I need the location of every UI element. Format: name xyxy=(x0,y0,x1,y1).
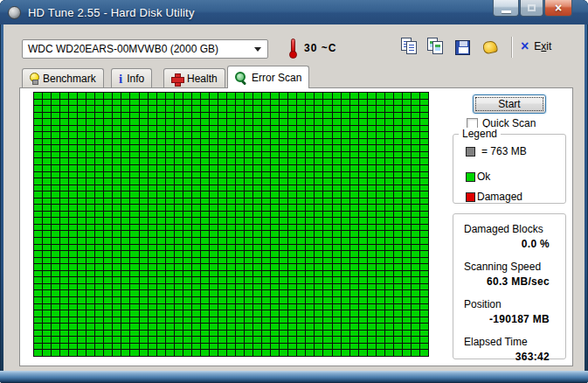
scan-block xyxy=(403,277,411,283)
scan-block xyxy=(95,119,103,125)
scan-block xyxy=(403,271,411,277)
scan-block xyxy=(121,113,129,119)
exit-button[interactable]: × Exit xyxy=(521,39,551,53)
scan-block xyxy=(280,310,287,317)
scan-block xyxy=(69,251,77,257)
scan-block xyxy=(201,205,209,211)
scan-block xyxy=(175,231,183,237)
scan-block xyxy=(306,205,314,211)
scan-block xyxy=(34,317,42,324)
scan-block xyxy=(140,317,148,324)
scan-block xyxy=(297,290,305,296)
scan-block xyxy=(245,310,252,317)
scan-block xyxy=(288,178,296,185)
scan-block xyxy=(385,337,393,343)
scan-block xyxy=(210,271,218,277)
scan-block xyxy=(175,192,183,198)
scan-block xyxy=(192,350,200,356)
copy-text-button[interactable] xyxy=(398,36,421,59)
scan-block xyxy=(157,93,165,99)
scan-block xyxy=(52,132,59,138)
scan-block xyxy=(113,205,121,211)
scan-block xyxy=(86,304,94,310)
scan-block xyxy=(166,350,174,356)
minimize-icon xyxy=(502,10,511,13)
scan-block xyxy=(297,139,305,145)
scan-block xyxy=(377,350,384,356)
scan-block xyxy=(280,297,287,303)
scan-block xyxy=(78,290,86,296)
scan-block xyxy=(271,304,279,310)
scan-block xyxy=(333,284,341,290)
maximize-button[interactable] xyxy=(520,0,543,17)
scan-block xyxy=(288,119,296,125)
scan-block xyxy=(69,264,77,270)
scan-block xyxy=(113,139,121,145)
close-button[interactable]: × xyxy=(544,0,572,17)
scan-block xyxy=(113,331,121,337)
scan-block xyxy=(121,331,129,337)
copy-screenshot-button[interactable] xyxy=(425,36,447,59)
scan-block xyxy=(210,126,218,132)
scan-block xyxy=(227,238,235,244)
scan-block xyxy=(227,172,235,178)
scan-block xyxy=(121,258,129,264)
scan-block xyxy=(175,113,183,119)
scan-block xyxy=(359,132,367,138)
scan-block xyxy=(394,165,402,171)
scan-block xyxy=(297,100,305,106)
scan-block xyxy=(271,212,279,218)
scan-block xyxy=(121,158,129,164)
scan-block xyxy=(377,258,384,264)
drive-select-dropdown[interactable]: WDC WD20EARS-00MVWB0 (2000 GB) xyxy=(22,39,268,59)
scan-block xyxy=(140,119,148,125)
scan-block xyxy=(140,337,148,343)
scan-block xyxy=(262,297,270,303)
scan-block xyxy=(350,158,358,164)
scan-block xyxy=(113,251,121,257)
scan-block xyxy=(183,324,191,330)
scan-block xyxy=(288,331,296,337)
scan-block xyxy=(95,258,103,264)
scan-block xyxy=(175,238,183,244)
scan-block xyxy=(149,271,156,277)
scan-block xyxy=(297,304,305,310)
scan-block xyxy=(201,192,209,198)
register-button[interactable] xyxy=(479,36,502,59)
scan-block xyxy=(175,258,183,264)
tab-benchmark[interactable]: Benchmark xyxy=(22,68,104,88)
scan-block xyxy=(175,106,183,112)
scan-block xyxy=(157,258,165,264)
scan-block xyxy=(377,119,384,125)
scan-block xyxy=(280,158,287,164)
scan-block xyxy=(192,271,200,277)
scan-block xyxy=(175,218,183,224)
scan-block xyxy=(210,251,218,257)
scan-block xyxy=(201,119,209,125)
tab-health[interactable]: Health xyxy=(163,68,225,88)
minimize-button[interactable] xyxy=(493,0,519,17)
scan-block xyxy=(69,106,77,112)
scan-block xyxy=(333,231,341,237)
scan-block xyxy=(201,310,209,317)
scan-block xyxy=(157,344,165,350)
scan-block xyxy=(323,152,331,158)
scan-block xyxy=(420,139,428,145)
scan-block xyxy=(333,258,341,264)
scan-block xyxy=(245,126,252,132)
scan-block xyxy=(192,93,200,99)
scan-block xyxy=(95,284,103,290)
scan-block xyxy=(86,152,94,158)
scan-block xyxy=(315,251,322,257)
scan-block xyxy=(420,178,428,185)
scan-block xyxy=(236,205,244,211)
hand-icon xyxy=(482,39,499,54)
save-screenshot-button[interactable] xyxy=(451,36,474,59)
scan-block xyxy=(130,324,138,330)
scan-block xyxy=(412,264,419,270)
scan-block xyxy=(95,231,103,237)
tab-info[interactable]: i Info xyxy=(111,68,152,88)
scan-block xyxy=(86,172,94,178)
start-button[interactable]: Start xyxy=(473,94,546,114)
tab-error-scan[interactable]: Error Scan xyxy=(227,66,309,88)
